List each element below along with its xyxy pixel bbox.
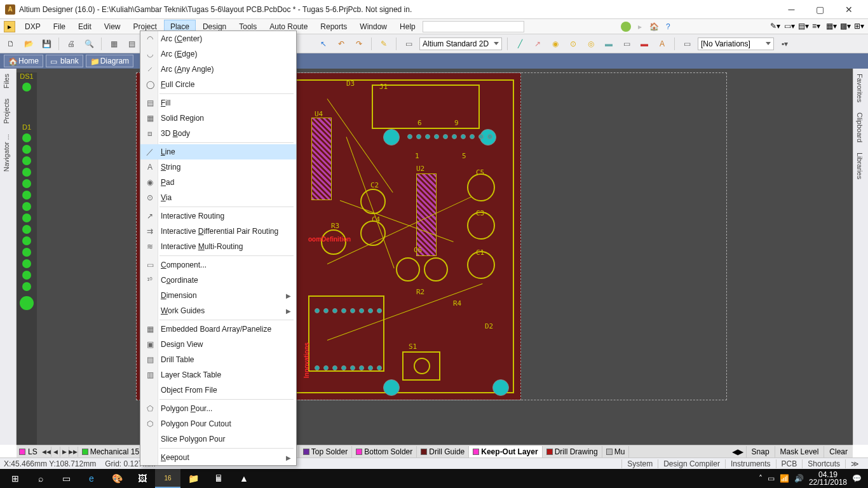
minimize-button[interactable]: ─ [777,1,806,18]
search-icon[interactable]: ⌕ [28,469,53,488]
tab-files[interactable]: Files [0,69,13,93]
layers-icon[interactable]: ▤▾ [798,22,808,32]
redo-icon[interactable]: ↷ [352,37,366,51]
place-item-fill[interactable]: ▤Fill [140,95,296,111]
menu-window[interactable]: Window [354,20,393,33]
place-item-interactive-differential-pair-routing[interactable]: ⇉Interactive Differential Pair Routing [140,224,296,239]
layer-tab-mechanical-15[interactable]: Mechanical 15 [78,446,144,458]
string-icon[interactable]: A [655,37,669,51]
shapes-icon[interactable]: ▭▾ [784,22,794,32]
board-outline-icon[interactable]: ▭ [402,37,416,51]
place-item-line[interactable]: ／Line [140,144,296,159]
home-icon[interactable]: 🏠 [649,22,659,32]
place-item-string[interactable]: AString [140,159,296,175]
layer-tab-mu[interactable]: Mu [602,446,630,458]
nav-blank[interactable]: ▭blank [46,55,83,67]
nav-fwd-icon[interactable]: ▸ [635,22,645,32]
edge-icon[interactable]: e [79,469,104,488]
poly-icon[interactable]: ▬ [637,37,651,51]
undo-icon[interactable]: ↶ [334,37,348,51]
tab-projects[interactable]: Projects [0,93,13,129]
photos-icon[interactable]: 🖼 [130,469,155,488]
place-item-layer-stack-table[interactable]: ▥Layer Stack Table [140,367,296,383]
fill-icon[interactable]: ▬ [602,37,616,51]
layer-arrow[interactable]: ◀◀ [43,447,51,457]
status-design-compiler[interactable]: Design Compiler [658,459,725,468]
place-item-polygon-pour-[interactable]: ⬠Polygon Pour... [140,401,296,416]
tile-icon[interactable]: ▦ [107,37,121,51]
comp-icon[interactable]: ▭ [680,37,694,51]
nav-back-icon[interactable] [621,22,631,32]
taskview-icon[interactable]: ▭ [53,469,79,488]
dim-icon[interactable]: ⊞▾ [854,22,864,32]
grid-icon[interactable]: ▩▾ [840,22,850,32]
place-item-pad[interactable]: ◉Pad [140,175,296,190]
tray-battery-icon[interactable]: ▭ [768,474,775,483]
layer-tab-bottom-solder[interactable]: Bottom Solder [352,446,417,458]
place-item-embedded-board-array-panelize[interactable]: ▦Embedded Board Array/Panelize [140,322,296,337]
view-mode-combo[interactable]: Altium Standard 2D [419,37,502,50]
place-item-arc-any-angle-[interactable]: ⟋Arc (Any Angle) [140,62,296,77]
start-button[interactable]: ⊞ [3,469,28,488]
print-icon[interactable]: 🖨 [64,37,78,51]
menu-dxp[interactable]: DXP [19,20,46,33]
cursor-icon[interactable]: ↖ [316,37,330,51]
via2-icon[interactable]: ◎ [584,37,598,51]
clear-button[interactable]: Clear [824,446,853,458]
dxp-icon[interactable]: ▸ [4,21,15,32]
layer-arrow[interactable]: ◀ [51,447,60,457]
place-item-work-guides[interactable]: Work Guides▶ [140,303,296,318]
tray-clock[interactable]: 04.1922/11/2018 [809,471,847,486]
menu-search-input[interactable] [423,21,524,32]
place-item-coordinate[interactable]: ¹⁰Coordinate [140,273,296,288]
status-pcb[interactable]: PCB [776,459,803,468]
layer-arrow[interactable]: ▶▶ [69,447,78,457]
paint-icon[interactable]: 🎨 [104,469,130,488]
tray-wifi-icon[interactable]: 📶 [780,474,789,483]
place-item-full-circle[interactable]: ◯Full Circle [140,77,296,92]
tile2-icon[interactable]: ▤ [125,37,139,51]
place-item-solid-region[interactable]: ▦Solid Region [140,111,296,126]
route2-icon[interactable]: ↗ [531,37,545,51]
place-item-interactive-routing[interactable]: ↗Interactive Routing [140,208,296,224]
help-icon[interactable]: ? [663,22,673,32]
tab-favorites[interactable]: Favorites [853,69,866,107]
snap-button[interactable]: Snap [746,446,775,458]
place-item-drill-table[interactable]: ▤Drill Table [140,352,296,367]
tray-volume-icon[interactable]: 🔊 [794,474,804,483]
route-icon[interactable]: ╱ [513,37,527,51]
variations-combo[interactable]: [No Variations] [698,37,774,50]
menu-help[interactable]: Help [394,20,421,33]
layer-tab-drill-drawing[interactable]: Drill Drawing [543,446,602,458]
altium-icon[interactable]: 16 [155,469,180,488]
place-item-arc-edge-[interactable]: ◡Arc (Edge) [140,46,296,62]
preview-icon[interactable]: 🔍 [82,37,96,51]
pencil-icon[interactable]: ✎▾ [770,22,780,32]
layer-tab-keep-out-layer[interactable]: Keep-Out Layer [469,446,542,458]
status-shortcuts[interactable]: Shortcuts [802,459,845,468]
nav-diagram[interactable]: 📁Diagram [86,55,133,67]
tab-clipboard[interactable]: Clipboard [853,107,866,147]
save-icon[interactable]: 💾 [39,37,53,51]
palette-icon[interactable]: ▦▾ [826,22,836,32]
tab-navigator[interactable]: Navigator ... [0,129,13,177]
status-arrows[interactable]: ≫ [845,459,864,468]
layer-sw-icon[interactable]: ▪▾ [778,37,792,51]
place-item-via[interactable]: ⊙Via [140,190,296,205]
calculator-icon[interactable]: 🖩 [206,469,231,488]
place-item-polygon-pour-cutout[interactable]: ⬡Polygon Pour Cutout [140,416,296,431]
nav-home[interactable]: 🏠Home [4,55,43,67]
menu-view[interactable]: View [98,20,126,33]
place-item-interactive-multi-routing[interactable]: ≋Interactive Multi-Routing [140,239,296,254]
menu-file[interactable]: File [48,20,71,33]
menu-edit[interactable]: Edit [72,20,97,33]
tray-chevron-icon[interactable]: ˄ [759,474,763,483]
image-icon[interactable]: ▲ [231,469,257,488]
tab-libraries[interactable]: Libraries [853,147,866,184]
close-button[interactable]: ✕ [834,1,863,18]
place-item-3d-body[interactable]: ⧈3D Body [140,126,296,141]
place-item-arc-center-[interactable]: ◠Arc (Center) [140,31,296,46]
maximize-button[interactable]: ▢ [806,1,834,18]
place-item-component-[interactable]: ▭Component... [140,257,296,273]
via-icon[interactable]: ⊙ [566,37,580,51]
